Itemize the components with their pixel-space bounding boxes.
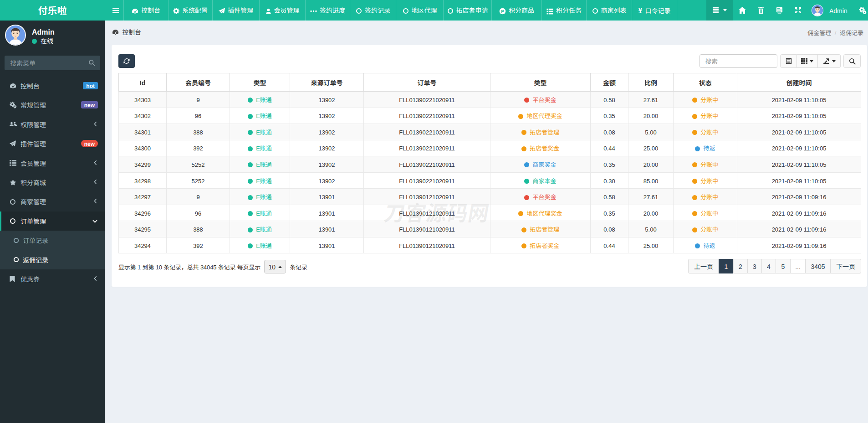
svg-text:P: P [501,9,504,14]
